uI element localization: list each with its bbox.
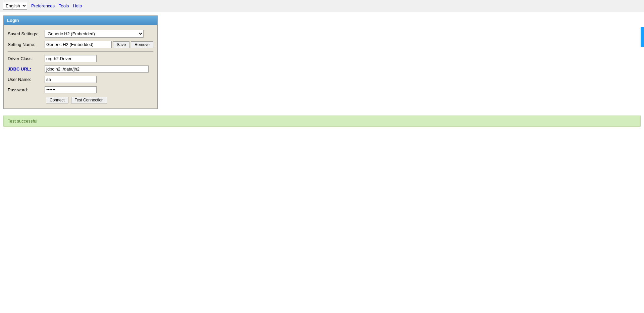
language-select[interactable]: English <box>3 2 27 10</box>
status-bar: Test successful <box>3 116 641 127</box>
login-title: Login <box>4 16 157 25</box>
driver-class-row: Driver Class: <box>8 55 153 62</box>
username-input[interactable] <box>45 76 97 83</box>
main-content: Login Saved Settings: Generic H2 (Embedd… <box>0 12 644 130</box>
preferences-link[interactable]: Preferences <box>31 3 55 8</box>
test-connection-button[interactable]: Test Connection <box>71 97 107 103</box>
setting-name-input[interactable] <box>45 41 112 48</box>
saved-settings-row: Saved Settings: Generic H2 (Embedded) <box>8 30 153 38</box>
status-message: Test successful <box>8 119 37 124</box>
password-label: Password: <box>8 87 45 92</box>
password-input[interactable] <box>45 86 97 93</box>
password-row: Password: <box>8 86 153 93</box>
jdbc-url-label: JDBC URL: <box>8 66 45 72</box>
setting-name-row: Setting Name: Save Remove <box>8 41 153 48</box>
driver-class-input[interactable] <box>45 55 97 62</box>
jdbc-url-row: JDBC URL: <box>8 65 153 73</box>
setting-name-label: Setting Name: <box>8 42 45 47</box>
username-label: User Name: <box>8 77 45 82</box>
login-body: Saved Settings: Generic H2 (Embedded) Se… <box>4 25 157 108</box>
saved-settings-select[interactable]: Generic H2 (Embedded) <box>45 30 144 38</box>
driver-class-label: Driver Class: <box>8 56 45 61</box>
username-row: User Name: <box>8 76 153 83</box>
tools-link[interactable]: Tools <box>59 3 69 8</box>
connect-button[interactable]: Connect <box>46 97 68 103</box>
login-panel: Login Saved Settings: Generic H2 (Embedd… <box>3 15 158 109</box>
save-button[interactable]: Save <box>113 41 129 48</box>
divider <box>8 51 153 52</box>
saved-settings-label: Saved Settings: <box>8 31 45 36</box>
jdbc-url-input[interactable] <box>45 65 149 73</box>
remove-button[interactable]: Remove <box>131 41 153 48</box>
help-link[interactable]: Help <box>73 3 82 8</box>
connect-row: Connect Test Connection <box>45 97 153 103</box>
top-navigation: English Preferences Tools Help <box>0 0 644 12</box>
right-scroll-indicator[interactable] <box>641 27 644 47</box>
